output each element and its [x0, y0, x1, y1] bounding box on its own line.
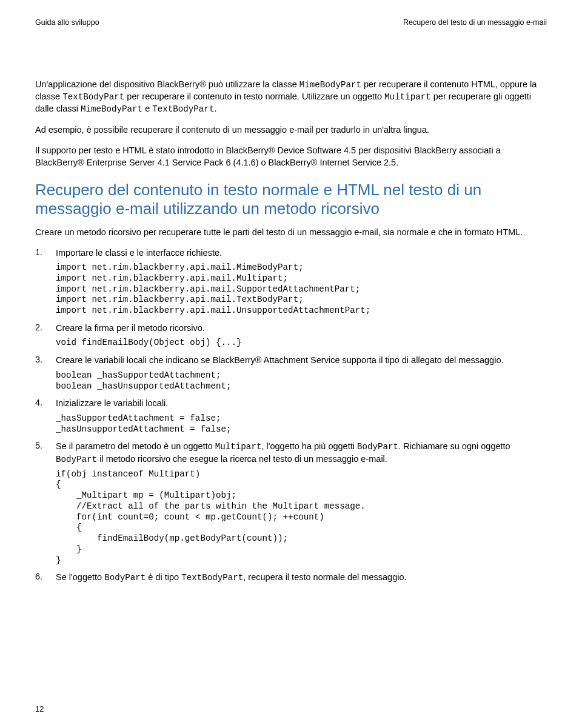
- step-1-code: import net.rim.blackberry.api.mail.MimeB…: [56, 262, 547, 316]
- step-4-text: Inizializzare le variabili locali.: [56, 398, 547, 410]
- step-6-mono-2: TextBodyPart: [181, 573, 243, 583]
- page-number: 12: [35, 704, 44, 713]
- header-right: Recupero del testo di un messaggio e-mai…: [403, 18, 547, 27]
- page-header: Guida allo sviluppo Recupero del testo d…: [35, 18, 547, 27]
- steps-list: Importare le classi e le interfacce rich…: [35, 247, 547, 584]
- paragraph-2: Ad esempio, è possibile recuperare il co…: [35, 124, 547, 136]
- paragraph-3: Il supporto per testo e HTML è stato int…: [35, 145, 547, 169]
- step-4-code: _hasSupportedAttachment = false; _hasUns…: [56, 413, 547, 435]
- step-2-code: void findEmailBody(Object obj) {...}: [56, 338, 547, 349]
- p1-mono-3: Multipart: [384, 92, 431, 102]
- p1-text-e: e: [142, 104, 152, 113]
- paragraph-1: Un'applicazione del dispositivo BlackBer…: [35, 79, 547, 116]
- step-5-text-a: Se il parametro del metodo è un oggetto: [56, 441, 215, 451]
- step-5-mono-2: BodyPart: [357, 442, 398, 452]
- step-1: Importare le classi e le interfacce rich…: [35, 247, 547, 316]
- step-6-mono-1: BodyPart: [104, 573, 146, 583]
- step-3-text: Creare le variabili locali che indicano …: [56, 355, 547, 367]
- step-3: Creare le variabili locali che indicano …: [35, 355, 547, 392]
- step-1-text: Importare le classi e le interfacce rich…: [56, 247, 547, 259]
- p1-text-c: per recuperare il contenuto in testo nor…: [124, 92, 384, 101]
- p1-mono-5: TextBodyPart: [152, 104, 214, 114]
- section-title: Recupero del contenuto in testo normale …: [35, 181, 547, 218]
- header-left: Guida allo sviluppo: [35, 18, 99, 27]
- p1-mono-4: MimeBodyPart: [81, 104, 142, 114]
- step-5-text-b: , l'oggetto ha più oggetti: [261, 441, 357, 451]
- p1-text-f: .: [214, 104, 216, 113]
- p1-mono-2: TextBodyPart: [62, 92, 124, 102]
- step-5-mono-3: BodyPart: [56, 455, 97, 464]
- step-6-text-c: , recupera il testo normale del messaggi…: [243, 572, 406, 582]
- step-6: Se l'oggetto BodyPart è di tipo TextBody…: [35, 572, 547, 584]
- step-6-text: Se l'oggetto BodyPart è di tipo TextBody…: [56, 572, 547, 584]
- step-2-text: Creare la firma per il metodo ricorsivo.: [56, 322, 547, 335]
- step-5-mono-1: Multipart: [215, 442, 262, 452]
- step-6-text-b: è di tipo: [146, 572, 181, 582]
- step-5-code: if(obj instanceof Multipart) { _Multipar…: [56, 469, 547, 566]
- p1-text-a: Un'applicazione del dispositivo BlackBer…: [35, 79, 299, 89]
- page-container: Guida allo sviluppo Recupero del testo d…: [0, 0, 582, 728]
- p1-mono-1: MimeBodyPart: [299, 80, 361, 90]
- section-intro: Creare un metodo ricorsivo per recuperar…: [35, 227, 547, 239]
- step-5-text-d: il metodo ricorsivo che esegue la ricerc…: [97, 454, 387, 464]
- step-5: Se il parametro del metodo è un oggetto …: [35, 441, 547, 566]
- step-2: Creare la firma per il metodo ricorsivo.…: [35, 322, 547, 349]
- step-5-text: Se il parametro del metodo è un oggetto …: [56, 441, 547, 465]
- step-4: Inizializzare le variabili locali. _hasS…: [35, 398, 547, 435]
- step-5-text-c: . Richiamare su ogni oggetto: [398, 441, 510, 451]
- step-6-text-a: Se l'oggetto: [56, 572, 104, 582]
- step-3-code: boolean _hasSupportedAttachment; boolean…: [56, 370, 547, 392]
